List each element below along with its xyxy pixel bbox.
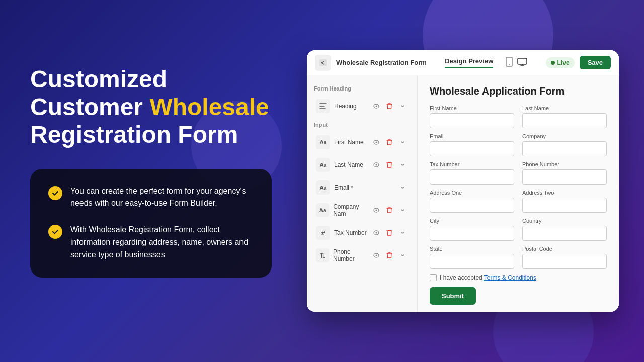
- svg-point-2: [509, 64, 510, 65]
- label-tax-number: Tax Number: [430, 161, 514, 167]
- label-first-name: First Name: [430, 105, 514, 111]
- svg-point-5: [376, 106, 377, 107]
- input-tax-number[interactable]: [430, 169, 514, 185]
- window-header-right: Live Save: [546, 56, 611, 69]
- builder-item-heading-left: Heading: [316, 99, 357, 113]
- field-country: Country: [522, 218, 607, 241]
- email-field-icon: Aa: [316, 180, 330, 195]
- check-icon-1: [48, 186, 62, 200]
- input-email[interactable]: [430, 141, 514, 156]
- input-city[interactable]: [430, 226, 514, 241]
- delete-icon-heading[interactable]: [384, 101, 395, 112]
- eye-icon-firstname[interactable]: [371, 137, 382, 148]
- builder-item-lastname[interactable]: Aa Last Name: [310, 154, 414, 176]
- terms-text: I have accepted Terms & Conditions: [440, 274, 536, 281]
- window-header-center: Design Preview: [445, 57, 527, 69]
- field-state: State: [430, 246, 514, 269]
- builder-item-tax[interactable]: # Tax Number: [310, 222, 414, 244]
- builder-item-tax-left: # Tax Number: [316, 226, 367, 240]
- builder-item-firstname-left: Aa First Name: [316, 135, 364, 149]
- svg-point-7: [376, 142, 377, 143]
- chevron-icon-tax[interactable]: [397, 227, 408, 238]
- input-address-one[interactable]: [430, 198, 514, 213]
- field-postal-code: Postal Code: [522, 246, 607, 269]
- input-postal-code[interactable]: [522, 254, 607, 269]
- builder-item-company-left: Aa Company Nam: [316, 203, 371, 217]
- input-first-name[interactable]: [430, 113, 514, 128]
- chevron-icon-phone[interactable]: [397, 250, 408, 261]
- heading-field-icon: [316, 99, 330, 113]
- field-company: Company: [522, 133, 607, 156]
- tab-design-preview[interactable]: Design Preview: [445, 57, 493, 68]
- section-label-input: Input: [307, 118, 417, 131]
- terms-row: I have accepted Terms & Conditions: [430, 274, 607, 281]
- company-field-icon: Aa: [316, 203, 329, 217]
- builder-item-phone[interactable]: ⇅ Phone Number: [310, 244, 414, 266]
- svg-point-9: [376, 164, 377, 166]
- label-postal-code: Postal Code: [522, 246, 607, 252]
- desktop-icon[interactable]: [517, 58, 527, 68]
- delete-icon-company[interactable]: [384, 205, 395, 216]
- title-line3: Registration Form: [30, 121, 238, 148]
- builder-item-firstname[interactable]: Aa First Name: [310, 131, 414, 153]
- builder-item-company[interactable]: Aa Company Nam: [310, 199, 414, 221]
- builder-item-heading[interactable]: Heading: [310, 95, 414, 117]
- terms-link[interactable]: Terms & Conditions: [484, 274, 536, 281]
- lastname-field-label: Last Name: [334, 161, 363, 168]
- input-address-two[interactable]: [522, 198, 607, 213]
- svg-point-15: [376, 255, 377, 256]
- eye-icon-lastname[interactable]: [371, 159, 382, 170]
- builder-item-email-left: Aa Email *: [316, 180, 353, 195]
- window-header-left: Wholesale Registration Form: [315, 55, 427, 71]
- email-field-label: Email *: [334, 184, 353, 191]
- field-address-two: Address Two: [522, 190, 607, 213]
- eye-icon-tax[interactable]: [371, 227, 382, 238]
- device-icons: [505, 57, 527, 69]
- input-state[interactable]: [430, 254, 514, 269]
- delete-icon-firstname[interactable]: [384, 137, 395, 148]
- field-address-one: Address One: [430, 190, 514, 213]
- input-phone-number[interactable]: [522, 169, 607, 185]
- title-line2: Customer: [30, 94, 149, 120]
- label-address-two: Address Two: [522, 190, 607, 196]
- chevron-icon-email[interactable]: [397, 182, 408, 193]
- svg-point-11: [376, 210, 377, 211]
- delete-icon-phone[interactable]: [384, 250, 395, 261]
- chevron-icon-firstname[interactable]: [397, 137, 408, 148]
- save-button[interactable]: Save: [580, 56, 611, 69]
- input-company[interactable]: [522, 141, 607, 156]
- title-highlight: Wholesale: [149, 94, 269, 120]
- submit-button[interactable]: Submit: [430, 287, 476, 305]
- field-city: City: [430, 218, 514, 241]
- builder-item-email[interactable]: Aa Email *: [310, 176, 414, 199]
- chevron-icon-lastname[interactable]: [397, 159, 408, 170]
- delete-icon-tax[interactable]: [384, 227, 395, 238]
- feature-item-2: With Wholesale Registration Form, collec…: [48, 224, 254, 261]
- chevron-icon-heading[interactable]: [397, 101, 408, 112]
- input-country[interactable]: [522, 226, 607, 241]
- tax-field-actions: [371, 227, 408, 238]
- company-field-label: Company Nam: [333, 203, 371, 217]
- live-badge: Live: [546, 57, 575, 68]
- live-label: Live: [557, 59, 570, 66]
- terms-checkbox[interactable]: [430, 274, 437, 281]
- builder-item-phone-left: ⇅ Phone Number: [316, 248, 371, 262]
- section-label-heading: Form Heading: [307, 81, 417, 95]
- delete-icon-lastname[interactable]: [384, 159, 395, 170]
- hero-title: Customized Customer Wholesale Registrati…: [30, 65, 292, 149]
- phone-field-icon: ⇅: [316, 248, 329, 262]
- input-last-name[interactable]: [522, 113, 607, 128]
- field-phone-number: Phone Number: [522, 161, 607, 185]
- back-button[interactable]: [315, 55, 331, 71]
- feature-text-2: With Wholesale Registration Form, collec…: [70, 224, 254, 261]
- tax-field-icon: #: [316, 226, 330, 240]
- chevron-icon-company[interactable]: [397, 205, 408, 216]
- eye-icon-heading[interactable]: [371, 101, 382, 112]
- mobile-icon[interactable]: [505, 57, 513, 69]
- label-email: Email: [430, 133, 514, 139]
- eye-icon-phone[interactable]: [371, 250, 382, 261]
- features-card: You can create the perfect form for your…: [30, 169, 272, 278]
- eye-icon-company[interactable]: [371, 205, 382, 216]
- phone-field-actions: [371, 250, 408, 261]
- tax-field-label: Tax Number: [334, 229, 367, 236]
